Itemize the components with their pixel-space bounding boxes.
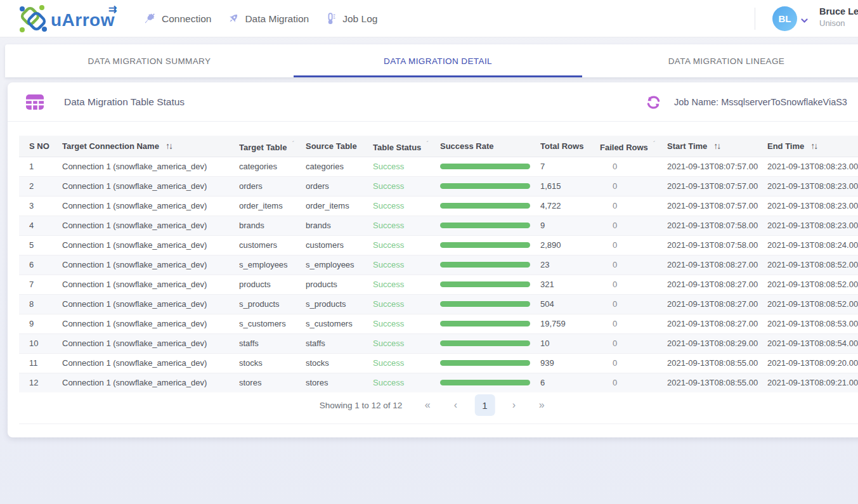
mini-sort-icon[interactable] xyxy=(292,139,294,147)
cell-table-status: Success xyxy=(373,275,440,294)
cell-source-table: order_items xyxy=(306,196,373,216)
cell-source-table: brands xyxy=(306,216,373,235)
pagination: Showing 1 to 12 of 12 « ‹ 1 › » xyxy=(320,394,556,416)
cell-s-no: 3 xyxy=(19,196,62,216)
cell-total-rows: 7 xyxy=(540,157,600,176)
logo-wordmark: uArrow xyxy=(51,10,115,30)
cell-target-table: customers xyxy=(239,235,306,255)
last-page-button[interactable]: » xyxy=(533,394,550,416)
cell-success-rate xyxy=(440,373,540,392)
cell-success-rate xyxy=(440,353,540,373)
cell-success-rate xyxy=(440,314,540,333)
cell-total-rows: 321 xyxy=(540,275,600,294)
cell-start-time: 2021-09-13T08:08:29.00 xyxy=(667,333,767,353)
mini-sort-icon[interactable] xyxy=(653,139,656,147)
cell-table-status: Success xyxy=(373,353,440,373)
cell-s-no: 11 xyxy=(19,353,62,373)
table-row: 4 Connection 1 (snowflake_america_dev) b… xyxy=(19,216,858,235)
migration-table: S NO Target Connection Name Target Table… xyxy=(19,136,858,392)
app-logo[interactable]: uArrow xyxy=(18,4,115,37)
cell-target-table: categories xyxy=(239,157,306,176)
cell-s-no: 9 xyxy=(19,314,62,333)
previous-page-button[interactable]: ‹ xyxy=(446,394,464,416)
cell-start-time: 2021-09-13T08:08:27.00 xyxy=(667,255,767,275)
nav-item-data-migration[interactable]: Data Migration xyxy=(226,12,309,25)
cell-target-table: stores xyxy=(239,373,306,392)
cell-success-rate xyxy=(440,216,540,235)
cell-end-time: 2021-09-13T08:09:20.00 xyxy=(767,353,858,373)
success-rate-bar xyxy=(440,183,530,189)
sort-icon[interactable] xyxy=(810,141,817,151)
mini-sort-icon[interactable] xyxy=(426,139,429,147)
thermometer-icon xyxy=(324,12,337,25)
col-end-time: End Time xyxy=(767,136,858,157)
cell-end-time: 2021-09-13T08:08:53.00 xyxy=(767,314,858,333)
cell-target-connection: Connection 1 (snowflake_america_dev) xyxy=(62,314,239,333)
table-row: 12 Connection 1 (snowflake_america_dev) … xyxy=(19,373,858,392)
cell-failed-rows: 0 xyxy=(600,176,667,196)
chevron-down-icon[interactable] xyxy=(801,15,808,26)
success-rate-bar xyxy=(440,203,530,209)
cell-s-no: 10 xyxy=(19,333,62,353)
tab-data-migration-lineage[interactable]: DATA MIGRATION LINEAGE xyxy=(582,44,858,77)
cell-success-rate xyxy=(440,275,540,294)
cell-total-rows: 1,615 xyxy=(540,176,600,196)
nav-item-job-log[interactable]: Job Log xyxy=(324,12,377,25)
cell-total-rows: 939 xyxy=(540,353,600,373)
cell-target-connection: Connection 1 (snowflake_america_dev) xyxy=(62,255,239,275)
job-name-label: Job Name: MssqlserverToSnowflakeViaS3 xyxy=(674,97,847,107)
col-total-rows: Total Rows xyxy=(540,136,600,157)
nav-item-connection[interactable]: Connection xyxy=(143,12,211,25)
cell-source-table: categories xyxy=(306,157,373,176)
cell-end-time: 2021-09-13T08:08:23.00 xyxy=(767,216,858,235)
user-org: Unison xyxy=(819,18,858,28)
cell-source-table: products xyxy=(306,275,373,294)
table-row: 3 Connection 1 (snowflake_america_dev) o… xyxy=(19,196,858,216)
cell-source-table: staffs xyxy=(306,333,373,353)
avatar[interactable]: BL xyxy=(772,6,797,31)
user-info: Bruce Le Unison xyxy=(819,6,858,28)
success-rate-bar xyxy=(440,164,530,169)
next-page-button[interactable]: › xyxy=(505,394,523,416)
cell-s-no: 12 xyxy=(19,373,62,392)
col-success-rate: Success Rate xyxy=(440,136,540,157)
current-page-button[interactable]: 1 xyxy=(474,394,495,416)
cell-start-time: 2021-09-13T08:07:57.00 xyxy=(667,176,767,196)
cell-target-connection: Connection 1 (snowflake_america_dev) xyxy=(62,275,239,294)
sort-icon[interactable] xyxy=(166,141,172,151)
cell-success-rate xyxy=(440,294,540,314)
cell-failed-rows: 0 xyxy=(600,294,667,314)
tab-data-migration-detail[interactable]: DATA MIGRATION DETAIL xyxy=(294,44,582,77)
cell-failed-rows: 0 xyxy=(600,333,667,353)
col-start-time: Start Time xyxy=(667,136,767,157)
table-row: 1 Connection 1 (snowflake_america_dev) c… xyxy=(19,157,858,176)
col-target-connection-name: Target Connection Name xyxy=(62,136,239,157)
cell-total-rows: 504 xyxy=(540,294,600,314)
cell-total-rows: 9 xyxy=(540,216,600,235)
col-source-table: Source Table xyxy=(306,136,373,157)
cell-source-table: s_customers xyxy=(306,314,373,333)
cell-target-table: orders xyxy=(239,176,306,196)
cell-target-table: brands xyxy=(239,216,306,235)
col-target-table: Target Table xyxy=(239,136,306,157)
cell-total-rows: 23 xyxy=(540,255,600,275)
tab-data-migration-summary[interactable]: DATA MIGRATION SUMMARY xyxy=(5,44,294,77)
cell-source-table: stocks xyxy=(306,353,373,373)
cell-start-time: 2021-09-13T08:07:57.00 xyxy=(667,157,767,176)
sort-icon[interactable] xyxy=(713,141,720,151)
col-table-status: Table Status xyxy=(373,136,440,157)
cell-failed-rows: 0 xyxy=(600,216,667,235)
rocket-icon xyxy=(226,12,240,25)
job-group: Job Name: MssqlserverToSnowflakeViaS3 xyxy=(646,82,847,122)
cell-failed-rows: 0 xyxy=(600,373,667,392)
nav-label: Data Migration xyxy=(245,13,309,25)
table-row: 6 Connection 1 (snowflake_america_dev) s… xyxy=(19,255,858,275)
cell-source-table: orders xyxy=(306,176,373,196)
first-page-button[interactable]: « xyxy=(419,394,436,416)
cell-table-status: Success xyxy=(373,196,440,216)
refresh-icon[interactable] xyxy=(646,95,661,110)
cell-failed-rows: 0 xyxy=(600,275,667,294)
success-rate-bar xyxy=(440,360,530,366)
cell-start-time: 2021-09-13T08:07:58.00 xyxy=(667,235,767,255)
cell-end-time: 2021-09-13T08:08:52.00 xyxy=(767,294,858,314)
